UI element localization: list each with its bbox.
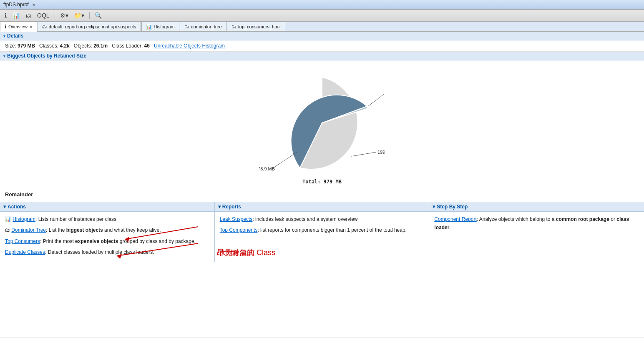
tab-histogram-icon: 📊 — [146, 24, 152, 30]
component-report-text1: : Analyze objects which belong to a — [477, 216, 556, 222]
toolbar-info-btn[interactable]: ℹ — [3, 11, 9, 20]
leak-link[interactable]: Leak Suspects — [220, 216, 253, 222]
top-consumers-text1: : Print the most — [40, 238, 75, 244]
svg-line-4 — [272, 152, 297, 169]
svg-line-2 — [351, 152, 376, 156]
title-close[interactable]: ✕ — [32, 3, 35, 7]
tab-default-report[interactable]: 🗂 default_report org.eclipse.mat.api:sus… — [38, 22, 141, 31]
reports-arrow: ▾ — [218, 204, 221, 210]
reports-header: ▾ Reports — [215, 202, 429, 212]
details-bar: Size: 979 MB Classes: 4.2k Objects: 26.1… — [0, 40, 644, 52]
remainder-label: Remainder — [0, 190, 644, 202]
component-report-bold1: common root package — [556, 216, 609, 222]
tab-histogram-label: Histogram — [154, 24, 175, 29]
duplicate-text: : Detect classes loaded by multiple clas… — [45, 249, 154, 255]
dominator-bold: biggest objects — [66, 227, 103, 233]
top-components-text: : list reports for components bigger tha… — [257, 227, 407, 233]
tab-overview[interactable]: ℹ Overview ✕ — [0, 22, 37, 32]
action-dominator: 🗂 Dominator Tree: List the biggest objec… — [5, 226, 209, 234]
biggest-arrow: ▾ — [3, 54, 5, 58]
size-value: 979 MB — [18, 43, 35, 49]
dominator-icon: 🗂 — [5, 227, 11, 233]
main-content: ▾ Details Size: 979 MB Classes: 4.2k Obj… — [0, 32, 644, 337]
biggest-title: Biggest Objects by Retained Size — [7, 53, 86, 59]
tab-bar: ℹ Overview ✕ 🗂 default_report org.eclips… — [0, 22, 644, 32]
dominator-text1: : List the — [46, 227, 66, 233]
leak-text: : includes leak suspects and a system ov… — [252, 216, 357, 222]
tab-default-report-label: default_report org.eclipse.mat.api:suspe… — [49, 24, 136, 29]
actions-title: Actions — [8, 204, 26, 210]
toolbar-separator2 — [89, 12, 90, 19]
size-label: Size: — [5, 43, 16, 49]
biggest-objects-header[interactable]: ▾ Biggest Objects by Retained Size — [0, 52, 644, 60]
top-consumers-text2: grouped by class and by package. — [118, 238, 195, 244]
tab-overview-close[interactable]: ✕ — [29, 25, 33, 29]
objects-value: 26.1m — [93, 43, 108, 49]
action-histogram: 📊 Histogram: Lists number of instances p… — [5, 215, 209, 223]
actions-col: ▾ Actions 📊 Histogram: Lists number of i… — [0, 202, 215, 262]
actions-arrow: ▾ — [3, 204, 6, 210]
tab-dominator-label: dominator_tree — [191, 24, 222, 29]
objects-label: Objects: — [74, 43, 92, 49]
toolbar-separator — [55, 12, 55, 19]
stepbystep-header: ▾ Step By Step — [429, 202, 644, 212]
stepbystep-content: Component Report: Analyze objects which … — [429, 212, 644, 235]
title-filename: ftpDS.hprof — [3, 2, 29, 8]
top-consumers-bold: expensive objects — [75, 238, 118, 244]
reports-title: Reports — [222, 204, 241, 210]
stepbystep-arrow: ▾ — [433, 204, 435, 210]
stepbystep-title: Step By Step — [437, 204, 468, 210]
component-report-text2: or — [609, 216, 616, 222]
tab-top-consumers[interactable]: 🗂 top_consumers_html — [227, 22, 285, 31]
classloader-label: Class Loader: — [112, 43, 143, 49]
annotation-chinese2: 昂贵对象的 Class — [217, 248, 275, 258]
tab-top-consumers-icon: 🗂 — [231, 24, 236, 30]
svg-text:199.3 MB: 199.3 MB — [377, 150, 385, 155]
details-title: Details — [7, 33, 23, 39]
stepbystep-col: ▾ Step By Step Component Report: Analyze… — [429, 202, 644, 262]
actions-header: ▾ Actions — [0, 202, 214, 212]
details-header[interactable]: ▾ Details — [0, 32, 644, 40]
dominator-text2: and what they keep alive. — [103, 227, 161, 233]
title-bar: ftpDS.hprof ✕ — [0, 0, 644, 10]
tab-dominator-icon: 🗂 — [184, 24, 189, 30]
unreachable-link[interactable]: Unreachable Objects Histogram — [154, 43, 225, 49]
toolbar-chart-btn[interactable]: 📊 — [10, 11, 22, 20]
bottom-area: ▾ Actions 📊 Histogram: Lists number of i… — [0, 202, 644, 262]
pie-chart: 789.8 KB 199.3 MB 778.9 MB — [259, 69, 385, 177]
action-duplicate: Duplicate Classes: Detect classes loaded… — [5, 248, 209, 256]
pie-container: 789.8 KB 199.3 MB 778.9 MB — [259, 69, 385, 177]
component-report-link[interactable]: Component Report — [434, 216, 476, 222]
component-report-text3: . — [449, 225, 450, 230]
duplicate-link[interactable]: Duplicate Classes — [5, 249, 45, 255]
toolbar-tree-btn[interactable]: 🗂 — [23, 11, 33, 20]
tab-overview-icon: ℹ — [5, 24, 7, 30]
report-leak: Leak Suspects: includes leak suspects an… — [220, 215, 424, 223]
step-component-report: Component Report: Analyze objects which … — [434, 215, 639, 232]
histogram-link[interactable]: Histogram — [13, 216, 35, 222]
dominator-link[interactable]: Dominator Tree — [11, 227, 46, 233]
classloader-value: 46 — [144, 43, 150, 49]
top-consumers-link[interactable]: Top Consumers — [5, 238, 40, 244]
classes-value: 4.2k — [60, 43, 69, 49]
toolbar-settings-btn[interactable]: ⚙▾ — [58, 11, 70, 20]
classes-label: Classes: — [39, 43, 58, 49]
toolbar: ℹ 📊 🗂 OQL ⚙▾ 📁▾ 🔍 — [0, 10, 644, 22]
report-top-components: Top Components: list reports for compone… — [220, 226, 424, 234]
histogram-text: : Lists number of instances per class — [35, 216, 116, 222]
actions-content: 📊 Histogram: Lists number of instances p… — [0, 212, 214, 260]
top-components-link[interactable]: Top Components — [220, 227, 258, 233]
toolbar-search-btn[interactable]: 🔍 — [93, 11, 104, 20]
tab-top-consumers-label: top_consumers_html — [238, 24, 281, 29]
toolbar-export-btn[interactable]: 📁▾ — [72, 11, 86, 20]
tab-overview-label: Overview — [8, 24, 28, 29]
action-top-consumers: Top Consumers: Print the most expensive … — [5, 237, 209, 245]
bottom-grid: ▾ Actions 📊 Histogram: Lists number of i… — [0, 202, 644, 262]
details-arrow: ▾ — [3, 34, 5, 38]
histogram-icon: 📊 — [5, 216, 13, 222]
toolbar-sql-btn[interactable]: OQL — [35, 11, 52, 20]
tab-dominator-tree[interactable]: 🗂 dominator_tree — [180, 22, 226, 31]
tab-default-report-icon: 🗂 — [42, 24, 47, 30]
tab-histogram[interactable]: 📊 Histogram — [141, 22, 179, 31]
svg-text:778.9 MB: 778.9 MB — [259, 166, 275, 171]
